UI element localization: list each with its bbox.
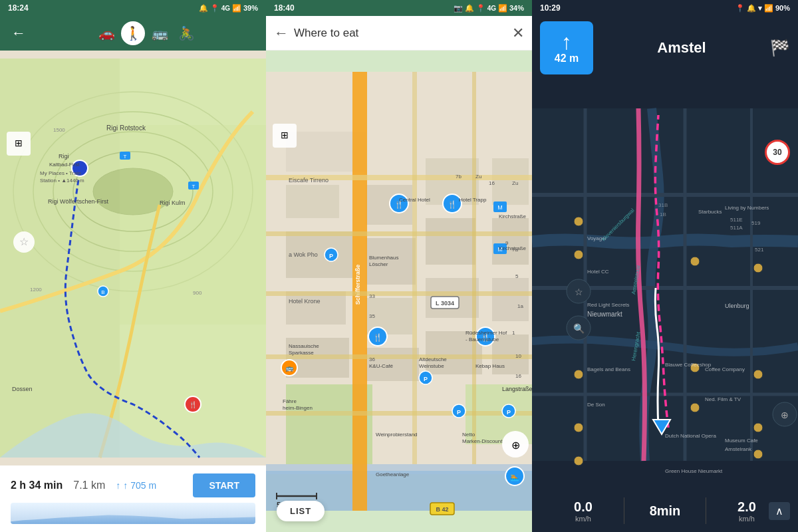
svg-text:⊕: ⊕ — [781, 410, 789, 420]
svg-text:Dutch National Opera: Dutch National Opera — [665, 433, 716, 439]
svg-text:🚌: 🚌 — [285, 364, 294, 372]
svg-point-169 — [753, 450, 763, 459]
svg-text:5: 5 — [515, 273, 519, 279]
svg-point-168 — [753, 423, 763, 432]
svg-rect-44 — [286, 291, 346, 325]
svg-text:L 3034: L 3034 — [436, 300, 454, 307]
svg-text:Blumenhaus: Blumenhaus — [369, 255, 398, 261]
svg-text:P: P — [329, 253, 333, 259]
close-button[interactable]: ✕ — [512, 25, 524, 42]
svg-point-158 — [574, 250, 583, 259]
svg-text:Altdeutsche: Altdeutsche — [419, 356, 447, 362]
svg-text:Zu: Zu — [512, 180, 518, 186]
svg-text:☆: ☆ — [575, 287, 583, 297]
svg-text:De Son: De Son — [587, 402, 605, 408]
back-button-1[interactable]: ← — [8, 25, 29, 42]
svg-text:Living by Numbers: Living by Numbers — [725, 205, 769, 211]
svg-text:10: 10 — [515, 353, 521, 359]
svg-text:🍴: 🍴 — [189, 400, 198, 409]
speed-stat: 0.0 km/h — [543, 499, 624, 523]
svg-point-165 — [690, 257, 700, 266]
svg-text:B: B — [101, 289, 104, 295]
status-time-2: 18:40 — [274, 3, 295, 13]
svg-text:511E: 511E — [730, 217, 743, 223]
svg-rect-66 — [266, 291, 532, 296]
svg-text:⊞: ⊞ — [15, 138, 23, 148]
svg-text:Dossen: Dossen — [12, 386, 33, 392]
status-icons-3: 📍 🔔 ▾ 📶 90% — [735, 4, 790, 13]
status-bar-3: 10:29 📍 🔔 ▾ 📶 90% — [532, 0, 798, 16]
destination-flag: 🏁 — [770, 39, 790, 57]
svg-text:a Wok Pho: a Wok Pho — [289, 251, 318, 258]
svg-text:16: 16 — [515, 373, 521, 379]
svg-text:Rigi Kulm: Rigi Kulm — [160, 200, 186, 206]
panel-navigation: 10:29 📍 🔔 ▾ 📶 90% ↑ 42 m Amstel 🏁 — [532, 0, 798, 532]
status-bar-2: 18:40 📷 🔔 📍 4G 📶 34% — [266, 0, 532, 16]
search-toolbar: ← Where to eat ✕ — [266, 16, 532, 51]
search-text[interactable]: Where to eat — [294, 27, 507, 40]
status-bar-1: 18:24 🔔 📍 4G 📶 39% — [0, 0, 266, 16]
svg-text:🍴: 🍴 — [373, 332, 382, 342]
route-elevation: ↑ ↑ 705 m — [116, 480, 156, 491]
topo-map-svg: 🍴 B ☆ 🏁 ⊕ ⊞ Rigi Rotstock Rigi Kaltbad-F… — [0, 51, 266, 466]
svg-text:519: 519 — [751, 220, 761, 226]
time-stat: 8min — [624, 503, 706, 519]
svg-text:Fähre: Fähre — [283, 398, 297, 404]
svg-text:1a: 1a — [517, 303, 523, 309]
svg-text:Starbucks: Starbucks — [698, 209, 722, 215]
svg-text:7a: 7a — [512, 247, 518, 253]
nav-bottom-bar: 0.0 km/h 8min 2.0 km/h ∧ — [532, 489, 798, 532]
svg-point-167 — [753, 370, 763, 379]
map-area-2[interactable]: Schifferstraße L 3034 B 42 🍴 🍴 — [266, 51, 532, 532]
svg-text:33: 33 — [369, 293, 375, 299]
svg-text:Central Hotel: Central Hotel — [399, 197, 430, 203]
svg-text:1B: 1B — [660, 211, 666, 217]
status-time-1: 18:24 — [8, 3, 29, 13]
svg-rect-69 — [412, 72, 417, 464]
svg-text:Red Light Secrets: Red Light Secrets — [587, 302, 630, 308]
svg-text:16: 16 — [489, 180, 495, 186]
toolbar-1: ← 🚗 🚶 🚌 🚴 — [0, 16, 266, 51]
svg-text:⊕: ⊕ — [511, 440, 520, 451]
svg-text:Löscher: Löscher — [369, 261, 388, 267]
svg-text:Goetheanlage: Goetheanlage — [376, 471, 410, 477]
svg-text:35: 35 — [369, 313, 375, 319]
svg-text:- Bauernstube: - Bauernstube — [466, 336, 499, 342]
start-button[interactable]: START — [193, 473, 255, 497]
svg-text:Eiscafe Tirreno: Eiscafe Tirreno — [289, 177, 329, 184]
svg-text:31B: 31B — [658, 202, 668, 208]
mode-walk[interactable]: 🚶 — [121, 21, 145, 45]
svg-point-166 — [753, 263, 763, 273]
svg-text:Sparkasse: Sparkasse — [289, 350, 314, 356]
svg-text:Kaltbad-First: Kaltbad-First — [49, 162, 80, 168]
svg-text:1: 1 — [512, 330, 515, 336]
back-button-2[interactable]: ← — [274, 25, 289, 42]
svg-rect-55 — [492, 218, 529, 265]
svg-text:Kirchstraße: Kirchstraße — [499, 213, 526, 219]
svg-rect-65 — [266, 231, 532, 236]
svg-point-160 — [574, 370, 583, 379]
mode-transit[interactable]: 🚌 — [148, 21, 172, 45]
elevation-line — [11, 511, 255, 524]
svg-text:Station • ▲1440 m: Station • ▲1440 m — [40, 178, 84, 184]
svg-text:🍴: 🍴 — [448, 200, 457, 209]
map-area-1[interactable]: 🍴 B ☆ 🏁 ⊕ ⊞ Rigi Rotstock Rigi Kaltbad-F… — [0, 51, 266, 466]
map-area-3[interactable]: ☆ 🔍 ⊕ Nieuwmarkt Starbucks Living by Num… — [532, 80, 798, 489]
status-time-3: 10:29 — [540, 3, 561, 13]
list-button[interactable]: LIST — [277, 501, 325, 521]
svg-text:P: P — [507, 409, 511, 416]
mode-car[interactable]: 🚗 — [94, 21, 118, 45]
svg-text:☆: ☆ — [19, 236, 29, 247]
svg-text:Ned. Film & TV: Ned. Film & TV — [705, 396, 741, 402]
svg-text:Ulenburg: Ulenburg — [725, 303, 749, 309]
svg-text:Kebap Haus: Kebap Haus — [475, 363, 505, 369]
svg-text:Coffee Company: Coffee Company — [705, 366, 745, 372]
nav-direction-bar: ↑ 42 m Amstel 🏁 — [532, 16, 798, 80]
svg-rect-68 — [266, 411, 532, 416]
mode-bike[interactable]: 🚴 — [174, 21, 198, 45]
svg-text:Hotel Krone: Hotel Krone — [289, 298, 321, 305]
svg-text:Amstelrank: Amstelrank — [725, 446, 752, 452]
expand-button[interactable]: ∧ — [769, 502, 790, 520]
svg-rect-70 — [472, 72, 476, 464]
panel-search: 18:40 📷 🔔 📍 4G 📶 34% ← Where to eat ✕ — [266, 0, 532, 532]
